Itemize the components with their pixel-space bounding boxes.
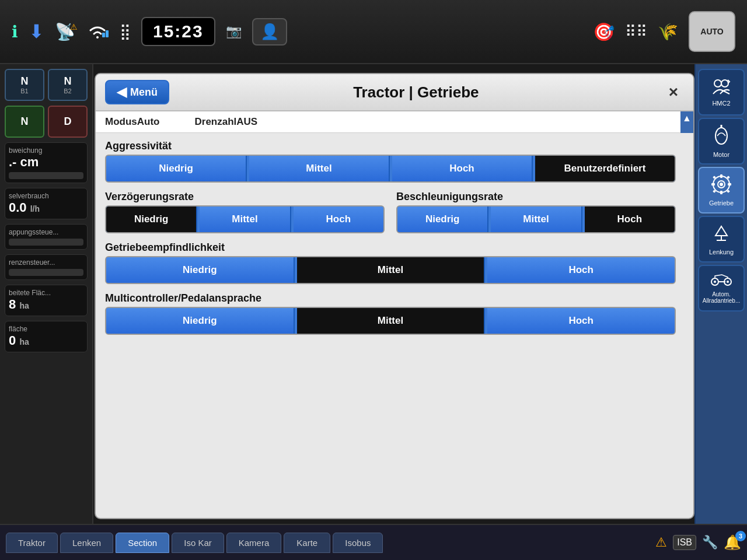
camera-icon[interactable]: 📷 [226,24,242,39]
tab-karte[interactable]: Karte [284,533,330,553]
notification-count: 3 [735,531,746,541]
multicontroller-group: Niedrig Mittel Hoch [105,307,676,335]
aggressivitaet-niedrig-btn[interactable]: Niedrig [106,156,247,181]
appungsssteue-bar [9,239,83,246]
aggressivitaet-section: Aggressivität Niedrig Mittel Hoch Benutz… [105,140,676,183]
auto-button[interactable]: AUTO [689,11,735,52]
tab-isobus[interactable]: Isobus [333,533,383,553]
auto-label: AUTO [700,27,723,36]
tab-lenken[interactable]: Lenken [60,533,113,553]
dialog-body: Aggressivität Niedrig Mittel Hoch Benutz… [96,133,693,518]
svg-point-16 [720,183,723,186]
rate-row: Verzögerungsrate Niedrig Mittel Hoch Bes… [105,191,676,233]
besch-mittel-btn[interactable]: Mittel [491,206,582,232]
tab-traktor[interactable]: Traktor [6,533,58,553]
getriebeempfindlichkeit-section: Getriebeempfindlichkeit Niedrig Mittel H… [105,242,676,284]
beschleunigungsrate-section: Beschleunigungsrate Niedrig Mittel Hoch [396,191,676,233]
modus-label: ModusAuto [105,116,160,128]
lenkung-icon [711,223,732,246]
motor-label: Motor [713,151,729,158]
b2-value: N [64,75,72,88]
hmc2-icon [711,78,732,97]
verz-hoch-btn[interactable]: Hoch [294,206,383,232]
beitete-flac-title: beitete Fläc... [9,289,83,297]
isb-icon: ISB [673,535,696,550]
besch-hoch-btn[interactable]: Hoch [585,206,675,232]
hmc2-label: HMC2 [712,100,730,107]
getriebe-label: Getriebe [709,200,734,206]
n-box[interactable]: N [5,106,44,138]
back-arrow-icon: ◀ [117,85,127,100]
allrad-icon [710,272,732,289]
tab-section[interactable]: Section [116,533,169,553]
verzoegerungsrate-group: Niedrig Mittel Hoch [105,205,385,233]
getriebe-hoch-btn[interactable]: Hoch [487,257,675,283]
dialog: ◀ Menü Tractor | Getriebe × ModusAuto Dr… [95,73,694,519]
download-icon[interactable]: ⬇ [29,20,44,43]
b2-box[interactable]: N B2 [48,69,88,101]
top-info: ModusAuto DrenzahlAUS [96,111,693,133]
sidebar-item-getriebe[interactable]: Getriebe [698,167,745,214]
b1-label: B1 [20,88,28,94]
aggressivitaet-hoch-btn[interactable]: Hoch [392,156,533,181]
getriebe-mittel-btn[interactable]: Mittel [297,257,486,283]
flache-title: fläche [9,325,83,333]
svg-point-2 [714,80,721,87]
satellite-icon[interactable]: 📡 ⚠ [55,22,75,41]
abweichung-bar [9,172,83,179]
abweichung-value: .- cm [9,155,83,170]
menu-button[interactable]: ◀ Menü [105,80,169,104]
scroll-area: ModusAuto DrenzahlAUS ▲ [96,111,693,133]
getriebe-icon [711,174,732,197]
tab-isokar[interactable]: Iso Kar [172,533,224,553]
svg-rect-1 [106,30,109,37]
sidebar-item-lenkung[interactable]: Lenkung [698,216,745,262]
selverbrauch-section: selverbrauch 0.0 l/h [5,188,88,219]
selverbrauch-value: 0.0 l/h [9,200,83,215]
d-box[interactable]: D [48,106,88,138]
appungsssteue-title: appungssteue... [9,228,83,236]
aggressivitaet-mittel-btn[interactable]: Mittel [249,156,390,181]
status-icons: ⚠ ISB 🔧 🔔 3 [655,534,741,551]
n-value: N [21,116,29,128]
multi-mittel-btn[interactable]: Mittel [297,308,486,334]
dialog-title: Tractor | Getriebe [176,83,656,102]
bottom-tabbar: Traktor Lenken Section Iso Kar Kamera Ka… [0,524,747,560]
target-icon[interactable]: 🎯 [593,22,615,42]
grenzensteuer-title: renzensteuer... [9,258,83,267]
abweichung-section: bweichung .- cm [5,142,88,183]
grenzensteuer-section: renzensteuer... [5,254,88,280]
multi-niedrig-btn[interactable]: Niedrig [106,308,295,334]
getriebeempfindlichkeit-title: Getriebeempfindlichkeit [105,242,676,254]
d-value: D [64,116,72,128]
scroll-indicator[interactable]: ▲ [680,111,693,133]
dialog-header: ◀ Menü Tractor | Getriebe × [96,74,693,111]
aggressivitaet-benutzerdefiniert-btn[interactable]: Benutzerdefiniert [535,156,675,181]
sidebar-item-allrad[interactable]: Autom. Allradantrieb... [698,265,745,312]
verz-niedrig-btn[interactable]: Niedrig [106,206,197,232]
flache-section: fläche 0 ha [5,321,88,352]
b1-box[interactable]: N B1 [5,69,44,101]
tools-icon: 🔧 [702,535,718,550]
beitete-flac-value: 8 ha [9,297,83,312]
motor-icon [713,124,730,149]
svg-rect-0 [102,33,105,37]
sidebar-item-hmc2[interactable]: HMC2 [698,69,745,116]
tab-kamera[interactable]: Kamera [226,533,282,553]
grid-icon[interactable]: ⣿ [120,23,131,41]
field-icon[interactable]: 🌾 [658,22,678,41]
besch-niedrig-btn[interactable]: Niedrig [397,206,488,232]
grid2-icon[interactable]: ⠿⠿ [625,23,647,41]
sidebar-item-motor[interactable]: Motor [698,118,745,164]
notification-bell[interactable]: 🔔 3 [724,534,741,551]
getriebe-niedrig-btn[interactable]: Niedrig [106,257,295,283]
clock: 15:23 [141,17,215,46]
close-button[interactable]: × [663,80,684,104]
user-icon[interactable]: 👤 [252,18,287,46]
lenkung-label: Lenkung [709,249,734,256]
multi-hoch-btn[interactable]: Hoch [487,308,675,334]
verzoegerungsrate-section: Verzögerungsrate Niedrig Mittel Hoch [105,191,385,233]
info-icon[interactable]: ℹ [12,22,18,41]
verz-mittel-btn[interactable]: Mittel [200,206,291,232]
svg-point-3 [721,80,728,87]
